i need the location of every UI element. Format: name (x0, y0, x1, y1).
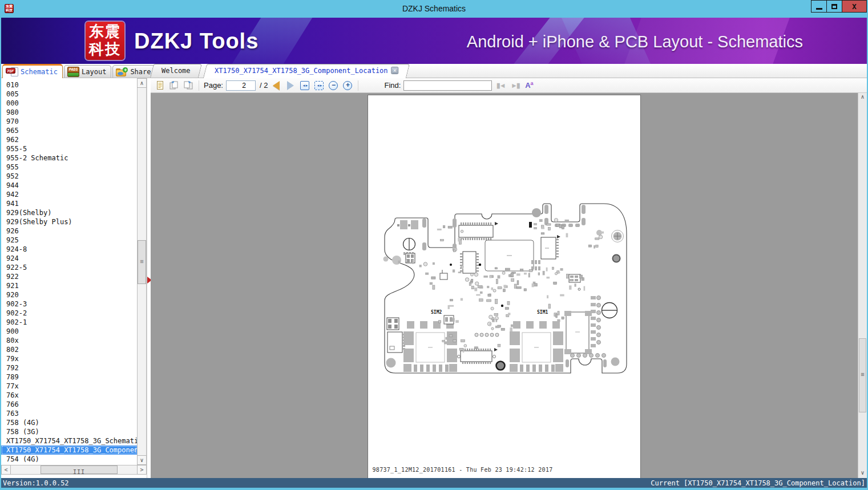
tab-schematic[interactable]: PDF Schematic (2, 64, 63, 78)
status-bar: Version:1.0.0.52 Current [XT1750_X71754_… (1, 478, 867, 488)
close-tab-icon[interactable] (391, 67, 398, 74)
find-label: Find: (384, 81, 401, 90)
scroll-up-arrow[interactable] (858, 93, 867, 102)
list-item[interactable]: 955-2 Schematic (1, 153, 137, 163)
list-item[interactable]: XT1750_X71754_XT1758_3G_Schematics (1, 436, 137, 446)
next-page-button[interactable] (285, 80, 296, 91)
list-item[interactable]: 924 (1, 254, 137, 263)
find-input[interactable] (403, 80, 492, 91)
list-item[interactable]: 766 (1, 400, 137, 409)
scroll-up-arrow[interactable] (137, 78, 147, 88)
list-item[interactable]: 925 (1, 236, 137, 245)
maximize-button[interactable] (826, 0, 842, 13)
list-item[interactable]: 76x (1, 391, 137, 400)
pdf-viewer: SIM2 (151, 93, 867, 478)
previous-page-button[interactable] (271, 80, 282, 91)
status-version: Version:1.0.0.52 (3, 479, 69, 487)
list-item[interactable]: 802 (1, 345, 137, 354)
list-item[interactable]: 922-5 (1, 263, 137, 272)
maximize-icon (831, 4, 837, 9)
list-item[interactable]: XT1750_X71754_XT1758_3G_Component_Locati… (1, 446, 137, 455)
list-item[interactable]: 929(Shelby) (1, 208, 137, 217)
close-icon: X (852, 2, 857, 11)
scroll-down-arrow[interactable] (858, 469, 867, 478)
tab-schematic-label: Schematic (21, 68, 58, 76)
list-item[interactable]: 902-1 (1, 318, 137, 327)
page-thumbnail-button[interactable] (154, 80, 165, 91)
list-item[interactable]: 920 (1, 290, 137, 299)
list-item[interactable]: 010 (1, 80, 137, 90)
list-item[interactable]: 902-2 (1, 309, 137, 318)
tab-row: PDF Schematic PADS Layout Share Welcome … (1, 64, 867, 78)
list-item[interactable]: 921 (1, 281, 137, 290)
tab-component-location[interactable]: XT1750_X71754_XT1758_3G_Component_Locati… (203, 64, 410, 78)
list-item[interactable]: 926 (1, 226, 137, 236)
minimize-button[interactable] (811, 0, 827, 13)
sidebar-vertical-scrollbar[interactable] (137, 78, 147, 465)
list-item[interactable]: 980 (1, 108, 137, 117)
scroll-right-arrow[interactable] (137, 465, 147, 475)
list-item[interactable]: 944 (1, 181, 137, 190)
scroll-left-arrow[interactable] (1, 465, 11, 475)
connector (459, 225, 493, 237)
pdf-icon: PDF (6, 67, 18, 77)
board-outline (385, 204, 627, 373)
tab-share[interactable]: Share (112, 65, 156, 78)
list-item[interactable]: 763 (1, 409, 137, 418)
banner: 东震科技 DZKJ Tools Android + iPhone & PCB L… (1, 18, 867, 64)
page-footer-text: 98737_1_12M12_201701161 - Thu Feb 23 19:… (373, 467, 553, 473)
list-item[interactable]: 900 (1, 327, 137, 336)
list-item[interactable]: 965 (1, 126, 137, 135)
list-item[interactable]: 77x (1, 382, 137, 391)
brand-logo: 东震科技 (86, 22, 124, 60)
scroll-down-arrow[interactable] (137, 455, 147, 465)
zoom-in-icon (343, 81, 352, 90)
fit-page-icon (314, 81, 324, 90)
find-previous-button[interactable] (495, 80, 506, 91)
list-item[interactable]: 955-5 (1, 144, 137, 153)
viewer-vertical-scrollbar[interactable] (858, 93, 867, 478)
list-item[interactable]: 922 (1, 272, 137, 281)
zoom-in-button[interactable] (342, 80, 353, 91)
tab-layout[interactable]: PADS Layout (64, 65, 111, 78)
close-button[interactable]: X (842, 0, 867, 13)
next-view-button[interactable] (183, 80, 194, 91)
svg-text:SIM1: SIM1 (537, 310, 548, 315)
zoom-out-button[interactable] (328, 80, 339, 91)
list-item[interactable]: 962 (1, 135, 137, 144)
page-number-input[interactable] (226, 80, 256, 91)
list-item[interactable]: 929(Shelby Plus) (1, 217, 137, 226)
list-item[interactable]: 79x (1, 354, 137, 363)
list-item[interactable]: 758 (4G) (1, 418, 137, 427)
list-item[interactable]: 789 (1, 372, 137, 382)
sidebar-horizontal-scrollbar[interactable] (1, 465, 147, 475)
minimize-icon (816, 8, 822, 10)
fit-width-button[interactable] (299, 80, 310, 91)
list-item[interactable]: 80x (1, 336, 137, 345)
viewer-vscroll-thumb[interactable] (859, 338, 866, 412)
sidebar-vscroll-thumb[interactable] (138, 240, 146, 284)
prev-view-button[interactable] (168, 80, 180, 91)
list-item[interactable]: 005 (1, 90, 137, 99)
list-item[interactable]: 941 (1, 199, 137, 208)
list-item[interactable]: 955 (1, 163, 137, 172)
list-item[interactable]: 924-8 (1, 245, 137, 254)
list-item[interactable]: 758 (3G) (1, 427, 137, 436)
find-next-button[interactable] (509, 80, 520, 91)
list-item[interactable]: 792 (1, 363, 137, 372)
titlebar: 东震科技 DZKJ Schematics X (1, 0, 867, 18)
fit-page-button[interactable] (313, 80, 325, 91)
match-case-icon: Aa (525, 80, 533, 90)
list-item[interactable]: 942 (1, 190, 137, 199)
list-item[interactable]: 902-3 (1, 299, 137, 309)
list-item[interactable]: 000 (1, 99, 137, 108)
list-item[interactable]: 754 (4G) (1, 455, 137, 464)
list-item[interactable]: 970 (1, 117, 137, 126)
tab-welcome[interactable]: Welcome (150, 64, 202, 78)
status-current-document: Current [XT1750_X71754_XT1758_3G_Compone… (651, 479, 865, 487)
app-name: DZKJ Tools (134, 18, 259, 64)
match-case-button[interactable]: Aa (523, 80, 535, 91)
pads-icon: PADS (67, 67, 79, 77)
list-item[interactable]: 952 (1, 172, 137, 181)
sidebar-hscroll-thumb[interactable] (41, 465, 118, 474)
